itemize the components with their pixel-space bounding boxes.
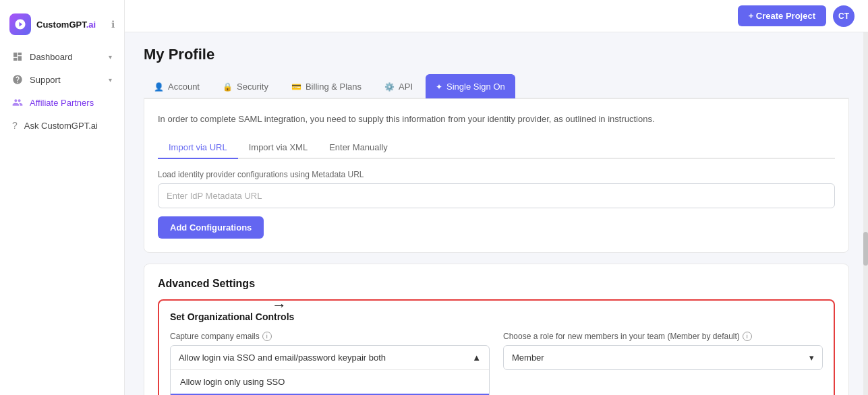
ask-icon: ?	[12, 120, 18, 131]
member-role-select[interactable]: Member ▾	[503, 345, 823, 370]
sso-info-text: In order to complete SAML integration, y…	[158, 113, 835, 126]
tab-billing[interactable]: 💳 Billing & Plans	[281, 74, 372, 98]
login-method-dropdown[interactable]: Allow login via SSO and email/password k…	[170, 345, 490, 396]
sidebar-item-ask[interactable]: ? Ask CustomGPT.ai	[5, 115, 119, 136]
page-title: My Profile	[144, 46, 849, 63]
affiliate-icon	[12, 97, 23, 108]
tab-account[interactable]: 👤 Account	[144, 74, 210, 98]
sidebar-nav: Dashboard ▾ Support ▾ Affiliate Partners…	[0, 46, 124, 136]
page-content: My Profile 👤 Account 🔒 Security 💳 Billin…	[125, 32, 868, 395]
topbar: + Create Project CT	[125, 0, 868, 32]
dashboard-icon	[12, 51, 23, 62]
support-icon	[12, 74, 23, 85]
advanced-settings-section: Advanced Settings Set Organizational Con…	[144, 264, 849, 396]
import-tab-manual[interactable]: Enter Manually	[318, 137, 399, 159]
chevron-down-icon: ▾	[109, 76, 112, 84]
dropdown-options: Allow login only using SSO Allow login v…	[171, 370, 489, 396]
dropdown-chevron-up-icon: ▲	[472, 353, 481, 363]
sidebar-item-affiliate[interactable]: Affiliate Partners	[5, 92, 119, 113]
scrollbar-track	[863, 32, 868, 395]
tab-sso-label: Single Sign On	[446, 82, 505, 92]
capture-emails-label: Capture company emails i	[170, 332, 490, 341]
logo-area: CustomGPT.ai ℹ	[0, 8, 124, 46]
api-tab-icon: ⚙️	[384, 82, 395, 92]
sidebar-label-dashboard: Dashboard	[30, 52, 73, 62]
scrollbar-thumb[interactable]	[863, 232, 868, 266]
sidebar-label-affiliate: Affiliate Partners	[30, 98, 94, 108]
tab-sso[interactable]: ✦ Single Sign On	[426, 74, 515, 98]
sidebar-label-ask: Ask CustomGPT.ai	[24, 121, 98, 131]
dropdown-option-sso-only[interactable]: Allow login only using SSO	[171, 370, 489, 394]
advanced-settings-title: Advanced Settings	[158, 278, 835, 290]
tab-account-label: Account	[168, 82, 200, 92]
org-controls-title: Set Organizational Controls	[170, 311, 823, 322]
selected-option-text: Allow login via SSO and email/password k…	[179, 353, 386, 363]
capture-emails-group: Capture company emails i Allow login via…	[170, 332, 490, 396]
create-project-button[interactable]: + Create Project	[738, 5, 826, 26]
role-value: Member	[512, 353, 544, 363]
org-controls-box: Set Organizational Controls Capture comp…	[158, 299, 835, 396]
idp-metadata-url-input[interactable]	[158, 183, 835, 208]
member-role-group: Choose a role for new members in your te…	[503, 332, 823, 396]
profile-tabs: 👤 Account 🔒 Security 💳 Billing & Plans ⚙…	[144, 74, 849, 98]
sso-section: In order to complete SAML integration, y…	[144, 98, 849, 253]
url-field-label: Load identity provider configurations us…	[158, 170, 835, 179]
role-chevron-icon: ▾	[809, 353, 814, 363]
user-avatar-button[interactable]: CT	[833, 5, 855, 27]
logo-text: CustomGPT.ai	[36, 20, 96, 30]
tab-security[interactable]: 🔒 Security	[212, 74, 279, 98]
sidebar-label-support: Support	[30, 75, 61, 85]
member-role-select-wrapper: Member ▾	[503, 345, 823, 370]
controls-row: Capture company emails i Allow login via…	[170, 332, 823, 396]
import-tabs: Import via URL Import via XML Enter Manu…	[158, 137, 835, 159]
account-tab-icon: 👤	[154, 82, 164, 92]
sidebar-item-dashboard[interactable]: Dashboard ▾	[5, 46, 119, 67]
chevron-icon: ▾	[109, 53, 112, 61]
role-info-icon[interactable]: i	[743, 332, 752, 341]
tab-api-label: API	[399, 82, 413, 92]
billing-tab-icon: 💳	[291, 82, 301, 92]
member-role-label: Choose a role for new members in your te…	[503, 332, 823, 341]
import-tab-xml[interactable]: Import via XML	[238, 137, 318, 159]
sidebar: CustomGPT.ai ℹ Dashboard ▾ Support ▾ Aff…	[0, 0, 125, 395]
security-tab-icon: 🔒	[223, 82, 233, 92]
tab-billing-label: Billing & Plans	[306, 82, 361, 92]
capture-info-icon[interactable]: i	[262, 332, 272, 341]
import-tab-url[interactable]: Import via URL	[158, 137, 238, 159]
tab-api[interactable]: ⚙️ API	[374, 74, 423, 98]
add-configurations-button[interactable]: Add Configurations	[158, 216, 264, 239]
main-content: + Create Project CT My Profile 👤 Account…	[125, 0, 868, 395]
sidebar-item-support[interactable]: Support ▾	[5, 69, 119, 90]
dropdown-header[interactable]: Allow login via SSO and email/password k…	[171, 346, 489, 370]
logo-icon	[9, 13, 31, 35]
tab-security-label: Security	[237, 82, 268, 92]
sso-tab-icon: ✦	[436, 82, 442, 92]
info-icon[interactable]: ℹ	[111, 19, 115, 30]
